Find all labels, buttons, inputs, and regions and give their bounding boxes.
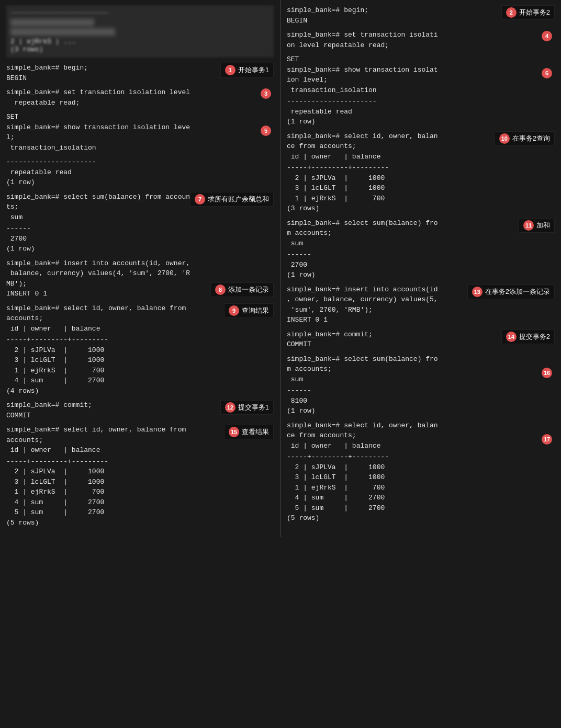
label-14: 提交事务2 [519,332,550,342]
left-set-isolation-text: simple_bank=# set transaction isolation … [6,88,190,107]
badge-11: 11 [523,220,534,231]
left-block-commit: simple_bank=# commit; COMMIT 12 提交事务1 [6,400,274,420]
right-commit-text: simple_bank=# commit; COMMIT [287,331,373,349]
label-1: 开始事务1 [238,65,269,75]
label-10: 在事务2查询 [512,134,550,143]
badge-1: 1 [225,65,235,75]
right-show-isolation-text: SET simple_bank=# show transaction isola… [287,55,438,94]
right-block-isolation-result: ---------------------- repeatable read (… [287,96,555,127]
right-set-isolation-text: simple_bank=# set transaction isolati on… [287,31,438,49]
annotation-8: 8 添加一条记录 [210,282,274,297]
left-block-final-result: -----+---------+--------- 2 | sJPLVa | 1… [6,457,274,528]
annotation-5: 5 [258,124,274,137]
annotation-14: 14 提交事务2 [501,329,555,344]
left-block-select-result: -----+---------+--------- 2 | sJPLVa | 1… [6,335,274,396]
right-block-show-isolation: SET simple_bank=# show transaction isola… [287,54,555,95]
right-sum-text: simple_bank=# select sum(balance) fro m … [287,219,438,247]
annotation-9: 9 查询结果 [224,303,274,318]
left-block-begin: simple_bank=# begin; BEGIN 1 开始事务1 [6,63,274,83]
annotation-4: 4 [539,30,555,42]
left-block-sum-result: ------ 2700 (1 row) [6,223,274,254]
left-commit-text: simple_bank=# commit; COMMIT [6,401,92,419]
annotation-13: 13 在事务2添加一条记录 [467,285,555,299]
right-block-select: simple_bank=# select id, owner, balan ce… [287,131,555,162]
annotation-12: 12 提交事务1 [220,400,274,415]
right-insert-text: simple_bank=# insert into accounts(id , … [287,286,438,324]
right-block-sum-after-commit: simple_bank=# select sum(balance) fro m … [287,354,555,385]
badge-14: 14 [506,332,517,342]
left-top-blurred: ────────────────────────── 2 | ejRrkS | … [6,5,274,58]
right-terminal-pane: simple_bank=# begin; BEGIN 2 开始事务2 simpl… [280,0,561,537]
badge-12: 12 [225,402,235,413]
annotation-3: 3 [258,87,274,100]
right-block-final-select: simple_bank=# select id, owner, balan ce… [287,420,555,451]
badge-10: 10 [499,133,510,144]
label-7: 求所有账户余额总和 [208,195,269,204]
badge-13: 13 [472,287,483,297]
left-block-insert: simple_bank=# insert into accounts(id, o… [6,258,274,299]
right-block-final-result: -----+---------+--------- 2 | sJPLVa | 1… [287,452,555,524]
right-block-sum-after-result: ------ 8100 (1 row) [287,385,555,416]
right-block-sum-result: ------ 2700 (1 row) [287,249,555,280]
annotation-15: 15 查看结果 [224,425,274,439]
label-15: 查看结果 [242,427,269,437]
label-9: 查询结果 [242,306,269,315]
badge-15: 15 [229,427,239,437]
right-block-isolation: simple_bank=# set transaction isolati on… [287,30,555,50]
annotation-17: 17 [539,433,555,446]
annotation-11: 11 加和 [519,218,555,233]
right-sum-after-result-text: ------ 8100 (1 row) [287,386,316,415]
left-final-result-text: -----+---------+--------- 2 | sJPLVa | 1… [6,458,108,527]
label-8: 添加一条记录 [228,285,269,294]
right-select-text: simple_bank=# select id, owner, balan ce… [287,132,438,161]
left-sum-result-text: ------ 2700 (1 row) [6,224,35,253]
badge-5: 5 [261,126,271,136]
badge-9: 9 [229,305,239,316]
left-block-sum: simple_bank=# select sum(balance) from a… [6,192,274,223]
annotation-7: 7 求所有账户余额总和 [190,192,274,207]
badge-2: 2 [506,7,517,18]
badge-4: 4 [542,31,552,41]
badge-16: 16 [542,368,552,378]
right-block-commit: simple_bank=# commit; COMMIT 14 提交事务2 [287,329,555,350]
badge-8: 8 [215,285,226,295]
left-show-isolation-text: SET simple_bank=# show transaction isola… [6,113,190,152]
right-block-sum: simple_bank=# select sum(balance) fro m … [287,218,555,249]
badge-3: 3 [261,88,271,99]
left-select-result-text: -----+---------+--------- 2 | sJPLVa | 1… [6,336,108,395]
label-2: 开始事务2 [519,8,550,17]
right-sum-after-text: simple_bank=# select sum(balance) fro m … [287,355,438,383]
right-begin-text: simple_bank=# begin; BEGIN [287,6,368,25]
left-block-show-isolation: SET simple_bank=# show transaction isola… [6,112,274,153]
left-terminal-pane: ────────────────────────── 2 | ejRrkS | … [0,0,280,537]
left-block-final-select: simple_bank=# select id, owner, balance … [6,425,274,456]
annotation-6: 6 [539,67,555,79]
right-sum-result-text: ------ 2700 (1 row) [287,251,316,279]
left-insert-text: simple_bank=# insert into accounts(id, o… [6,259,190,298]
right-select-result-text: -----+---------+--------- 2 | sJPLVa | 1… [287,164,389,212]
badge-6: 6 [542,68,552,78]
left-block-isolation: simple_bank=# set transaction isolation … [6,87,274,108]
annotation-2: 2 开始事务2 [501,5,555,20]
label-13: 在事务2添加一条记录 [485,287,550,297]
left-isolation-result-text: ---------------------- repeatable read (… [6,158,96,186]
left-block-isolation-result: ---------------------- repeatable read (… [6,157,274,188]
right-final-select-text: simple_bank=# select id, owner, balan ce… [287,422,438,450]
left-final-select-text: simple_bank=# select id, owner, balance … [6,426,186,454]
annotation-1: 1 开始事务1 [220,63,274,77]
left-block-select-after-insert: simple_bank=# select id, owner, balance … [6,303,274,334]
right-final-result-text: -----+---------+--------- 2 | sJPLVa | 1… [287,453,389,522]
right-block-select-result: -----+---------+--------- 2 | sJPLVa | 1… [287,163,555,214]
annotation-10: 10 在事务2查询 [495,131,555,146]
badge-17: 17 [542,434,552,445]
right-block-begin: simple_bank=# begin; BEGIN 2 开始事务2 [287,5,555,26]
badge-7: 7 [195,194,205,204]
left-begin-text: simple_bank=# begin; BEGIN [6,64,88,82]
annotation-16: 16 [539,367,555,379]
right-isolation-result-text: ---------------------- repeatable read (… [287,97,377,126]
label-11: 加和 [536,221,550,230]
left-sum-text: simple_bank=# select sum(balance) from a… [6,193,190,221]
left-select-text: simple_bank=# select id, owner, balance … [6,304,186,333]
label-12: 提交事务1 [238,403,269,412]
right-block-insert: simple_bank=# insert into accounts(id , … [287,285,555,325]
